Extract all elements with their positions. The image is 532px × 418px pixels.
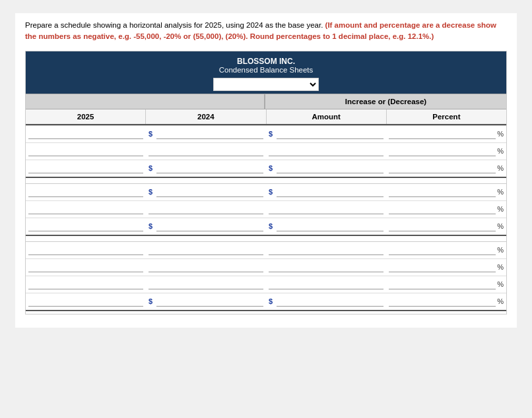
input-s2r1-col4[interactable] <box>389 187 496 197</box>
table-row: % <box>26 200 506 218</box>
input-s3r1-col4[interactable] <box>389 245 496 255</box>
cell-s3r2-col1 <box>26 261 146 274</box>
table-row: $ $ % <box>26 218 506 236</box>
cell-s2r3-col3: $ <box>266 220 386 233</box>
col-header-2025: 2025 <box>26 109 146 124</box>
cell-s3r1-col3 <box>266 244 386 256</box>
input-s3r2-col2[interactable] <box>149 262 263 272</box>
cell-s3r4-col2: $ <box>146 295 266 308</box>
cell-s3r1-col4: % <box>386 244 506 256</box>
input-s1r3-col1[interactable] <box>28 164 143 173</box>
input-s3r1-col3[interactable] <box>269 245 383 255</box>
cell-s1r3-col3: $ <box>266 162 386 175</box>
input-s1r2-col1[interactable] <box>28 146 143 156</box>
input-s1r3-col4[interactable] <box>389 164 496 173</box>
input-s3r3-col4[interactable] <box>389 280 496 289</box>
input-s3r4-col1[interactable] <box>28 297 143 307</box>
cell-s2r2-col3 <box>266 203 386 216</box>
cell-s3r2-col4: % <box>386 261 506 274</box>
input-s2r3-col3[interactable] <box>277 222 383 231</box>
table-row: % <box>26 142 506 160</box>
section-3: % % <box>26 241 506 311</box>
cell-s2r2-col2 <box>146 203 266 216</box>
cell-s1r1-col2: $ <box>146 128 266 140</box>
table-row: $ $ % <box>26 184 506 200</box>
input-s2r1-col1[interactable] <box>28 187 143 197</box>
input-s1r3-col2[interactable] <box>156 164 263 173</box>
input-s1r3-col3[interactable] <box>277 164 383 173</box>
input-s2r3-col2[interactable] <box>156 222 263 231</box>
input-s3r3-col2[interactable] <box>149 280 263 289</box>
cell-s2r1-col3: $ <box>266 186 386 198</box>
cell-s1r1-col3: $ <box>266 128 386 140</box>
increase-decrease-header: Increase or (Decrease) <box>265 94 506 109</box>
input-s3r2-col3[interactable] <box>269 262 383 272</box>
instructions-text: Prepare a schedule showing a horizontal … <box>25 20 507 43</box>
col-header-percent: Percent <box>387 109 506 124</box>
cell-s1r2-col4: % <box>386 145 506 158</box>
cell-s2r1-col4: % <box>386 186 506 198</box>
input-s1r2-col4[interactable] <box>389 146 496 156</box>
cell-s3r3-col2 <box>146 278 266 291</box>
input-s3r3-col3[interactable] <box>269 280 383 289</box>
input-s2r1-col3[interactable] <box>277 187 383 197</box>
input-s3r4-col4[interactable] <box>389 297 496 307</box>
cell-s1r2-col2 <box>146 145 266 158</box>
table-row: % <box>26 258 506 276</box>
cell-s1r1-col1 <box>26 128 146 140</box>
cell-s2r2-col1 <box>26 203 146 216</box>
col-header-amount: Amount <box>267 109 387 124</box>
input-s1r1-col3[interactable] <box>277 129 383 139</box>
input-s3r1-col1[interactable] <box>28 245 143 255</box>
cell-s2r1-col1 <box>26 186 146 198</box>
cell-s3r3-col4: % <box>386 278 506 291</box>
cell-s3r4-col3: $ <box>266 295 386 308</box>
cell-s3r2-col3 <box>266 261 386 274</box>
cell-s1r2-col3 <box>266 145 386 158</box>
cell-s1r3-col4: % <box>386 162 506 175</box>
cell-s2r1-col2: $ <box>146 186 266 198</box>
input-s2r2-col3[interactable] <box>269 204 383 214</box>
input-s2r2-col4[interactable] <box>389 204 496 214</box>
company-name: BLOSSOM INC. <box>28 57 504 66</box>
cell-s3r4-col1 <box>26 295 146 308</box>
section-2: $ $ % <box>26 183 506 236</box>
cell-s3r1-col2 <box>146 244 266 256</box>
subheader-row: Increase or (Decrease) <box>26 94 506 109</box>
cell-s2r3-col4: % <box>386 220 506 233</box>
cell-s3r1-col1 <box>26 244 146 256</box>
input-s3r2-col1[interactable] <box>28 262 143 272</box>
cell-s3r3-col1 <box>26 278 146 291</box>
header-dropdown[interactable] <box>213 78 319 91</box>
input-s3r4-col2[interactable] <box>156 297 263 307</box>
cell-s1r3-col1 <box>26 162 146 175</box>
input-s2r3-col4[interactable] <box>389 222 496 231</box>
cell-s1r1-col4: % <box>386 128 506 140</box>
cell-s2r3-col1 <box>26 220 146 233</box>
section-1: $ $ % <box>26 125 506 178</box>
cell-s2r2-col4: % <box>386 203 506 216</box>
input-s1r1-col4[interactable] <box>389 129 496 139</box>
input-s3r3-col1[interactable] <box>28 280 143 289</box>
input-s3r1-col2[interactable] <box>149 245 263 255</box>
input-s1r1-col1[interactable] <box>28 129 143 139</box>
table-row: $ $ % <box>26 126 506 142</box>
column-headers: 2025 2024 Amount Percent <box>26 109 506 125</box>
input-s2r3-col1[interactable] <box>28 222 143 231</box>
input-s3r2-col4[interactable] <box>389 262 496 272</box>
input-s2r2-col1[interactable] <box>28 204 143 214</box>
sheet-title: Condensed Balance Sheets <box>28 66 504 74</box>
input-s3r4-col3[interactable] <box>277 297 383 307</box>
input-s2r1-col2[interactable] <box>156 187 263 197</box>
main-container: Prepare a schedule showing a horizontal … <box>15 13 517 328</box>
table-header: BLOSSOM INC. Condensed Balance Sheets <box>26 51 506 94</box>
input-s1r2-col3[interactable] <box>269 146 383 156</box>
input-s1r1-col2[interactable] <box>156 129 263 139</box>
table-row: $ $ % <box>26 293 506 311</box>
table-row: % <box>26 242 506 258</box>
input-s1r2-col2[interactable] <box>149 146 263 156</box>
table-wrapper: BLOSSOM INC. Condensed Balance Sheets In… <box>25 51 507 314</box>
input-s2r2-col2[interactable] <box>149 204 263 214</box>
cell-s1r3-col2: $ <box>146 162 266 175</box>
cell-s3r4-col4: % <box>386 295 506 308</box>
